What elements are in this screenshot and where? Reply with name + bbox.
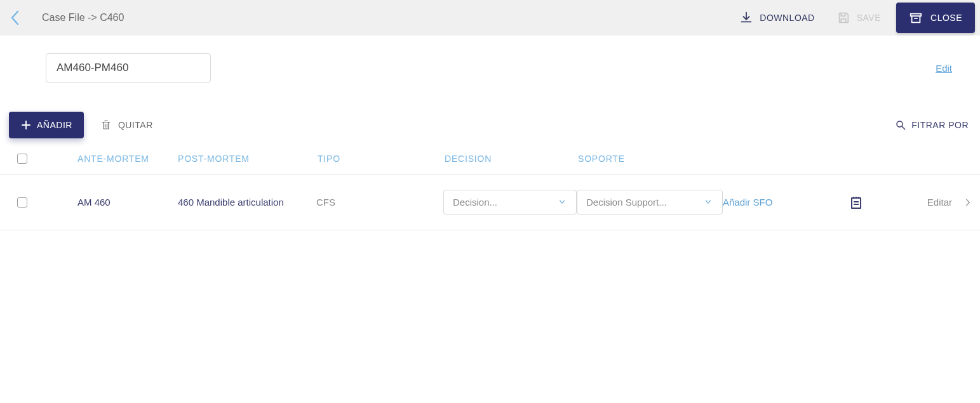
row-checkbox[interactable] (17, 197, 27, 208)
col-tipo[interactable]: TIPO (318, 154, 445, 164)
cell-ante-mortem[interactable]: AM 460 (44, 197, 178, 208)
soporte-select-value: Decision Support... (586, 197, 667, 208)
back-button[interactable] (6, 9, 24, 27)
remove-button[interactable]: QUITAR (100, 119, 153, 131)
row-checkbox-cell (0, 197, 44, 208)
chevron-left-icon (10, 10, 21, 26)
col-soporte[interactable]: SOPORTE (578, 154, 724, 164)
notes-cell (831, 195, 882, 210)
close-label: CLOSE (930, 13, 962, 23)
top-bar-right: DOWNLOAD SAVE CLOSE (733, 0, 980, 36)
download-button[interactable]: DOWNLOAD (733, 11, 821, 25)
save-icon (836, 11, 850, 25)
table-header: ANTE-MORTEM POST-MORTEM TIPO DECISION SO… (0, 143, 980, 175)
row-actions: Editar (882, 196, 980, 209)
toolbar-row: AÑADIR QUITAR FITRAR POR (0, 100, 980, 143)
table-row: AM 460 460 Mandible articulation CFS Dec… (0, 175, 980, 230)
save-button: SAVE (830, 11, 887, 25)
add-label: AÑADIR (37, 120, 72, 130)
edit-link[interactable]: Edit (936, 63, 952, 74)
select-all-checkbox[interactable] (17, 154, 27, 164)
cell-tipo: CFS (316, 197, 443, 208)
top-bar: Case File -> C460 DOWNLOAD SAVE CLOSE (0, 0, 980, 36)
title-row: Edit (0, 36, 980, 100)
filter-button[interactable]: FITRAR POR (895, 119, 969, 131)
search-icon (895, 119, 906, 131)
cell-decision: Decision... (443, 190, 577, 215)
top-bar-left: Case File -> C460 (6, 9, 124, 27)
soporte-select[interactable]: Decision Support... (577, 190, 723, 215)
cell-soporte: Decision Support... (577, 190, 723, 215)
trash-icon (100, 119, 112, 131)
col-post-mortem[interactable]: POST-MORTEM (178, 154, 318, 164)
cell-post-mortem[interactable]: 460 Mandible articulation (178, 197, 316, 208)
add-button[interactable]: AÑADIR (9, 112, 84, 138)
download-label: DOWNLOAD (760, 13, 814, 23)
col-ante-mortem[interactable]: ANTE-MORTEM (44, 154, 178, 164)
edit-row-link[interactable]: Editar (927, 197, 952, 208)
chevron-down-icon (703, 197, 713, 208)
add-sfo-link[interactable]: Añadir SFO (723, 197, 831, 208)
close-button[interactable]: CLOSE (896, 3, 975, 33)
decision-select[interactable]: Decision... (443, 190, 577, 215)
download-icon (739, 11, 753, 25)
save-label: SAVE (857, 13, 881, 23)
col-decision[interactable]: DECISION (445, 154, 578, 164)
filter-label: FITRAR POR (911, 120, 969, 130)
header-checkbox-cell (0, 154, 44, 164)
toolbar-left: AÑADIR QUITAR (9, 112, 153, 138)
notepad-icon[interactable] (849, 195, 864, 210)
decision-select-value: Decision... (453, 197, 497, 208)
chevron-right-icon[interactable] (963, 196, 972, 209)
svg-point-0 (897, 121, 903, 127)
remove-label: QUITAR (118, 120, 153, 130)
plus-icon (20, 119, 32, 131)
title-input[interactable] (46, 53, 211, 83)
chevron-down-icon (557, 197, 567, 208)
breadcrumb: Case File -> C460 (42, 12, 124, 23)
archive-icon (909, 11, 923, 25)
